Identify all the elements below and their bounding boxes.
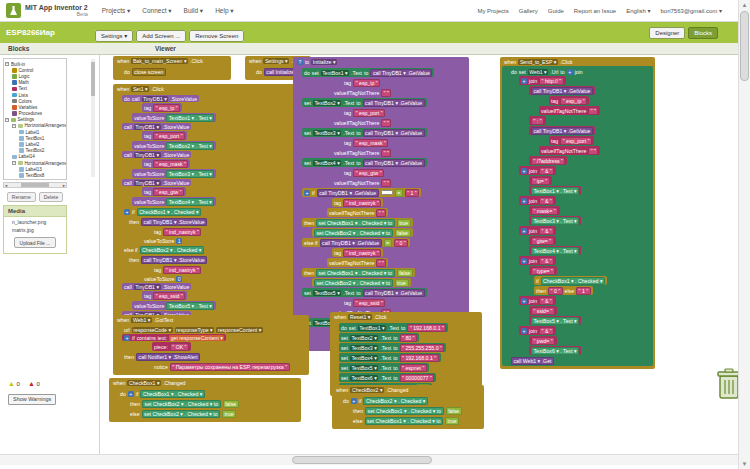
block-row[interactable]: " type= ": [529, 266, 557, 275]
block-keyword[interactable]: set: [341, 355, 348, 361]
block-row[interactable]: tag" esp_ip ": [342, 78, 382, 87]
block-keyword[interactable]: do: [304, 70, 310, 76]
mutator-icon[interactable]: +: [521, 298, 527, 304]
block-row[interactable]: elseset CheckBox1 ▾ . Checked ▾ totrue: [351, 416, 461, 425]
block-keyword[interactable]: when: [249, 58, 261, 64]
block-keyword[interactable]: to: [356, 290, 360, 296]
block-keyword[interactable]: valueIfTagNotThere: [541, 148, 586, 154]
block-row[interactable]: " pwd= ": [529, 336, 557, 345]
block-keyword[interactable]: to: [393, 355, 397, 361]
block-keyword[interactable]: to: [393, 375, 397, 381]
block-keyword[interactable]: tag: [144, 189, 151, 195]
logic-block[interactable]: true: [222, 410, 236, 418]
block-row[interactable]: callTinyDB1 ▾.StoreValue: [122, 179, 191, 186]
block-keyword[interactable]: do: [256, 69, 262, 75]
block-keyword[interactable]: .Text: [380, 335, 391, 341]
block-row[interactable]: dosetWeb1 ▾.Urlto+join: [509, 68, 585, 75]
block-keyword[interactable]: if: [136, 391, 139, 397]
block-row[interactable]: +ifcall TinyDB1 ▾ .GetValue=" 1 ": [302, 188, 421, 197]
block-keyword[interactable]: tag: [344, 110, 351, 116]
block-keyword[interactable]: valueToStore: [144, 276, 174, 282]
mutator-icon[interactable]: 1: [176, 238, 182, 244]
block-row[interactable]: valueToStoreTextBox1 ▾ . Text ▾: [132, 113, 216, 122]
property-block[interactable]: set CheckBox1 ▾ . Checked ▾ to: [316, 269, 395, 277]
block-keyword[interactable]: join: [529, 228, 537, 234]
tree-horizontal-scrollbar[interactable]: ◄ ►: [3, 182, 67, 188]
block-row[interactable]: +join" & ": [519, 256, 556, 265]
block-keyword[interactable]: then: [129, 219, 139, 225]
block-row[interactable]: elseset CheckBox2 ▾ . Checked ▾ totrue: [128, 409, 238, 418]
method-call-block[interactable]: call TinyDB1 ▾ .GetValue: [363, 159, 425, 167]
component-dropdown[interactable]: TinyDB1 ▾: [142, 96, 169, 102]
mutator-icon[interactable]: +: [128, 391, 134, 397]
text-string-block[interactable]: " & ": [539, 197, 554, 205]
block-row[interactable]: tag" esp_ip ": [549, 96, 589, 105]
property-block[interactable]: TextBox5 ▾ . Text ▾: [531, 317, 579, 325]
mutator-icon[interactable]: +: [521, 78, 527, 84]
block-keyword[interactable]: tag: [334, 200, 341, 206]
text-string-block[interactable]: " esp_port ": [560, 137, 592, 145]
block-keyword[interactable]: tag: [154, 229, 161, 235]
block-row[interactable]: else ifCheckBox2 ▾ . Checked ▾: [122, 245, 206, 254]
block-row[interactable]: tag" esp_port ": [142, 131, 187, 140]
block-row[interactable]: setTextBox3 ▾.Textto" 255.255.255.0 ": [339, 343, 446, 352]
block-row[interactable]: notice" Параметры сохранены на ESP, пере…: [152, 362, 292, 371]
block-row[interactable]: setTextBox6 ▾.Textto" 00000077 ": [339, 373, 436, 382]
block-row[interactable]: TextBox1 ▾ . Text ▾: [529, 186, 581, 195]
block-keyword[interactable]: join: [529, 328, 537, 334]
block-keyword[interactable]: when: [334, 314, 346, 320]
block-row[interactable]: dosetTextBox1 ▾.Texttocall TinyDB1 ▾ .Ge…: [302, 68, 434, 77]
viewer-horizontal-scrollbar[interactable]: [0, 454, 738, 465]
component-dropdown[interactable]: TextBox1 ▾: [321, 70, 349, 76]
block-keyword[interactable]: to: [560, 69, 564, 75]
block-keyword[interactable]: .Text: [343, 130, 354, 136]
block-keyword[interactable]: valueIfTagNotThere: [334, 90, 379, 96]
block-row[interactable]: then" 0 "else" 1 ": [534, 286, 593, 295]
block-row[interactable]: tag" ind_nastryk ": [332, 248, 383, 257]
block-row[interactable]: " : ": [529, 116, 546, 125]
text-string-block[interactable]: " & ": [539, 297, 554, 305]
blocks-button[interactable]: Blocks: [688, 27, 718, 39]
block-row[interactable]: tag" esp_port ": [549, 136, 594, 145]
block-keyword[interactable]: set: [304, 290, 311, 296]
text-string-block[interactable]: " pwd= ": [531, 337, 555, 345]
block-row[interactable]: piece:" OK ": [152, 342, 191, 351]
block-row[interactable]: +join" http:// ": [519, 76, 566, 85]
link-bori7563-gmail-com-[interactable]: bori7563@gmail.com ▾: [661, 7, 722, 14]
block-keyword[interactable]: set: [312, 70, 319, 76]
block-keyword[interactable]: url: [124, 327, 130, 333]
scroll-up-arrow-icon[interactable]: ▲: [739, 0, 750, 10]
block-keyword[interactable]: set: [341, 365, 348, 371]
block-row[interactable]: call Web1 ▾ .Get: [509, 356, 556, 365]
block-row[interactable]: valueIfTagNotThere" ": [327, 208, 388, 217]
block-keyword[interactable]: to: [356, 100, 360, 106]
scroll-right-arrow-icon[interactable]: ►: [62, 183, 66, 188]
method-call-block[interactable]: call TinyDB1 ▾ .GetValue: [531, 127, 593, 135]
block-keyword[interactable]: .Url: [550, 69, 558, 75]
block-keyword[interactable]: valueToStore: [134, 143, 164, 149]
block-row[interactable]: thencall TinyDB1 ▾ .StoreValue: [127, 217, 209, 226]
block-row[interactable]: +join" & ": [519, 196, 556, 205]
property-block[interactable]: CheckBox1 ▾ . Checked ▾: [140, 390, 204, 398]
block-row[interactable]: tag" esp_ssid ": [342, 298, 387, 307]
upload-file-button[interactable]: Upload File ...: [14, 237, 57, 248]
property-block[interactable]: CheckBox2 ▾ . Checked ▾: [140, 246, 204, 254]
component-dropdown[interactable]: Web1 ▾: [131, 317, 152, 323]
block-row[interactable]: tag" esp_ip ": [142, 103, 182, 112]
block-row[interactable]: tag" esp_mask ": [342, 138, 390, 147]
block-keyword[interactable]: tag: [551, 98, 558, 104]
block-keyword[interactable]: set: [304, 160, 311, 166]
block-row[interactable]: " ip= ": [529, 176, 552, 185]
text-string-block[interactable]: " esp_mask ": [353, 139, 388, 147]
text-string-block[interactable]: " ip= ": [531, 177, 550, 185]
delete-button[interactable]: Delete: [39, 192, 63, 202]
mutator-icon[interactable]: +: [521, 198, 527, 204]
method-call-block[interactable]: call Initialize: [264, 68, 297, 76]
show-warnings-button[interactable]: Show Warnings: [8, 394, 56, 405]
mutator-icon[interactable]: +: [567, 69, 573, 75]
mutator-icon[interactable]: +: [124, 209, 130, 215]
property-block[interactable]: set CheckBox1 ▾ . Checked ▾ to: [316, 219, 395, 227]
text-string-block[interactable]: " gtw= ": [531, 237, 554, 245]
component-dropdown[interactable]: responseContent ▾: [216, 327, 263, 333]
block-keyword[interactable]: .Text: [380, 375, 391, 381]
